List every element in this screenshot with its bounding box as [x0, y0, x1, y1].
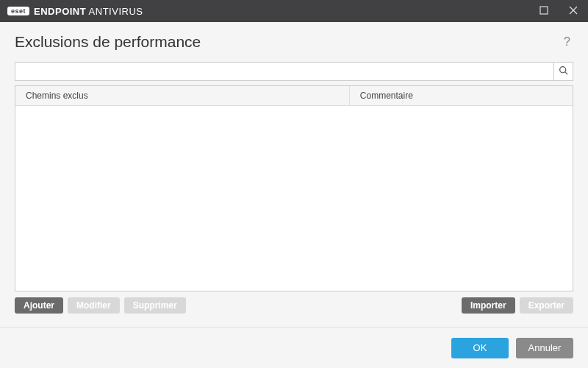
search-icon — [559, 65, 568, 78]
page-header: Exclusions de performance ? — [0, 22, 588, 62]
svg-point-3 — [560, 67, 566, 73]
export-button[interactable]: Exporter — [520, 297, 573, 314]
content-area: Chemins exclus Commentaire Ajouter Modif… — [0, 62, 588, 319]
window-maximize-button[interactable] — [529, 0, 559, 22]
exclusions-table: Chemins exclus Commentaire — [15, 85, 573, 291]
ok-button[interactable]: OK — [451, 338, 509, 358]
close-icon — [569, 6, 578, 17]
search-input[interactable] — [15, 62, 554, 81]
edit-button[interactable]: Modifier — [68, 297, 120, 314]
table-header-row: Chemins exclus Commentaire — [15, 86, 573, 106]
table-body — [15, 106, 573, 291]
brand-word-1: ENDPOINT — [34, 6, 86, 17]
table-toolbar: Ajouter Modifier Supprimer Importer Expo… — [15, 297, 573, 319]
brand-text: ENDPOINT ANTIVIRUS — [34, 6, 143, 17]
brand-badge: eset — [7, 7, 29, 15]
maximize-icon — [539, 6, 548, 17]
column-header-comment[interactable]: Commentaire — [350, 86, 573, 105]
search-row — [15, 62, 573, 81]
window-close-button[interactable] — [559, 0, 588, 22]
import-button[interactable]: Importer — [462, 297, 515, 314]
search-button[interactable] — [554, 62, 573, 81]
page-title: Exclusions de performance — [15, 33, 561, 51]
svg-line-4 — [565, 72, 567, 74]
dialog-footer: OK Annuler — [0, 327, 588, 368]
help-icon: ? — [564, 35, 570, 48]
brand-word-2: ANTIVIRUS — [89, 6, 143, 17]
titlebar: eset ENDPOINT ANTIVIRUS — [0, 0, 588, 22]
column-header-path[interactable]: Chemins exclus — [15, 86, 350, 105]
delete-button[interactable]: Supprimer — [124, 297, 186, 314]
help-button[interactable]: ? — [561, 32, 573, 52]
cancel-button[interactable]: Annuler — [516, 338, 573, 358]
add-button[interactable]: Ajouter — [15, 297, 63, 314]
svg-rect-0 — [540, 7, 548, 14]
